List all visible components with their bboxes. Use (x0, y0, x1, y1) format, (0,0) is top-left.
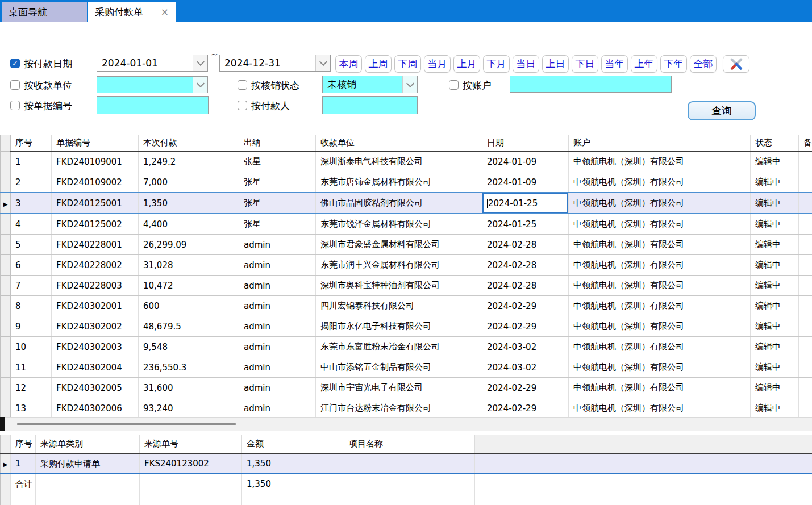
cell-account[interactable]: 中领航电机（深圳）有限公司 (569, 357, 751, 378)
quick-range-last-week[interactable]: 上周 (365, 55, 392, 73)
cell-cashier[interactable]: admin (239, 378, 316, 398)
cell-cashier[interactable]: admin (239, 398, 316, 419)
cell-remark[interactable] (799, 193, 812, 214)
verify-status-select[interactable]: 未核销 (322, 76, 418, 93)
cell-cashier[interactable]: 张星 (239, 214, 316, 235)
row-header[interactable] (1, 296, 11, 316)
row-header-selected[interactable]: ▶ (1, 193, 11, 214)
cell-payee[interactable]: 佛山市晶固胶粘剂有限公司 (316, 193, 482, 214)
cell-seq[interactable]: 1 (11, 453, 36, 474)
row-header[interactable] (1, 316, 11, 337)
cell-doc[interactable]: FKD240228001 (52, 235, 139, 255)
cell-source-type[interactable]: 采购付款申请单 (36, 453, 140, 474)
quick-range-next-week[interactable]: 下周 (394, 55, 421, 73)
cell-remark[interactable] (799, 398, 812, 419)
cell-doc[interactable]: FKD240302003 (52, 337, 139, 357)
cell-seq[interactable]: 7 (11, 276, 52, 296)
payee-checkbox[interactable] (10, 80, 20, 90)
cell-date[interactable]: 2024-02-28 (482, 276, 569, 296)
verify-status-checkbox[interactable] (238, 80, 247, 90)
cell-date[interactable]: 2024-03-02 (482, 337, 569, 357)
cell-payee[interactable]: 深圳市君豪盛金属材料有限公司 (316, 235, 482, 255)
cell-doc[interactable]: FKD240302005 (52, 378, 139, 398)
row-header[interactable] (1, 255, 11, 276)
cell-cashier[interactable]: admin (239, 337, 316, 357)
cell-date[interactable]: 2024-03-02 (482, 357, 569, 378)
cell-payee[interactable]: 东莞市锐泽金属材料有限公司 (316, 214, 482, 235)
cell-payee[interactable]: 揭阳市永亿电子科技有限公司 (316, 316, 482, 337)
row-header[interactable] (1, 276, 11, 296)
cell-cashier[interactable]: admin (239, 235, 316, 255)
cell-payee[interactable]: 东莞市唐铈金属材料有限公司 (316, 172, 482, 193)
cell-remark[interactable] (799, 151, 812, 172)
cell-remark[interactable] (799, 172, 812, 193)
cell-account[interactable]: 中领航电机（深圳）有限公司 (569, 255, 751, 276)
cell-status[interactable]: 编辑中 (751, 276, 799, 296)
cell-remark[interactable] (799, 235, 812, 255)
cell-payee[interactable]: 四川宏锦泰科技有限公司 (316, 296, 482, 316)
cell-doc[interactable]: FKD240125001 (52, 193, 139, 214)
cell-account[interactable]: 中领航电机（深圳）有限公司 (569, 296, 751, 316)
quick-range-yesterday[interactable]: 上日 (542, 55, 569, 73)
quick-range-next-month[interactable]: 下月 (483, 55, 510, 73)
close-icon[interactable]: × (161, 6, 169, 18)
payer-checkbox[interactable] (238, 101, 247, 110)
cell-payee[interactable]: 深圳市宇宙光电子有限公司 (316, 378, 482, 398)
cell-amount[interactable]: 31,600 (139, 378, 239, 398)
row-header[interactable] (1, 172, 11, 193)
cell-seq[interactable]: 6 (11, 255, 52, 276)
cell-doc[interactable]: FKD240302001 (52, 296, 139, 316)
cell-amount[interactable]: 93,240 (139, 398, 239, 419)
row-header-selected[interactable]: ▶ (1, 453, 11, 474)
cell-doc[interactable]: FKD240302002 (52, 316, 139, 337)
cell-account[interactable]: 中领航电机（深圳）有限公司 (569, 316, 751, 337)
tab-purchase-payment[interactable]: 采购付款单 × (88, 2, 176, 22)
horizontal-scrollbar[interactable] (0, 417, 812, 431)
cell-account[interactable]: 中领航电机（深圳）有限公司 (569, 214, 751, 235)
payment-date-checkbox[interactable]: ✓ (10, 59, 20, 68)
cell-cashier[interactable]: 张星 (239, 172, 316, 193)
date-from-select[interactable]: 2024-01-01 (97, 55, 208, 72)
row-header[interactable] (1, 151, 11, 172)
query-button[interactable]: 查询 (688, 101, 756, 120)
cell-seq[interactable]: 10 (11, 337, 52, 357)
scrollbar-thumb[interactable] (17, 423, 236, 425)
cell-remark[interactable] (799, 337, 812, 357)
quick-range-this-week[interactable]: 本周 (335, 55, 362, 73)
cell-account[interactable]: 中领航电机（深圳）有限公司 (569, 235, 751, 255)
cell-doc[interactable]: FKD240228002 (52, 255, 139, 276)
cell-status[interactable]: 编辑中 (751, 357, 799, 378)
cell-status[interactable]: 编辑中 (751, 151, 799, 172)
cell-account[interactable]: 中领航电机（深圳）有限公司 (569, 193, 751, 214)
cell-cashier[interactable]: admin (239, 255, 316, 276)
row-header[interactable] (1, 337, 11, 357)
row-header[interactable] (1, 235, 11, 255)
cell-amount[interactable]: 31,028 (139, 255, 239, 276)
quick-range-last-year[interactable]: 上年 (631, 55, 657, 73)
cell-date[interactable]: 2024-02-29 (482, 316, 569, 337)
cell-date[interactable]: 2024-02-28 (482, 255, 569, 276)
cell-cashier[interactable]: admin (239, 276, 316, 296)
cell-doc[interactable]: FKD240125002 (52, 214, 139, 235)
cell-amount[interactable]: 1,350 (139, 193, 239, 214)
cell-source-no[interactable]: FKS240123002 (140, 453, 242, 474)
doc-no-checkbox[interactable] (10, 101, 20, 110)
quick-range-all[interactable]: 全部 (690, 55, 717, 73)
cell-cashier[interactable]: admin (239, 296, 316, 316)
cell-date[interactable]: 2024-02-28 (482, 235, 569, 255)
cell-status[interactable]: 编辑中 (751, 316, 799, 337)
cell-seq[interactable]: 4 (11, 214, 52, 235)
cell-project[interactable] (344, 453, 475, 474)
row-header[interactable] (1, 378, 11, 398)
cell-cashier[interactable]: admin (239, 357, 316, 378)
cell-date[interactable]: 2024-01-09 (482, 151, 569, 172)
cell-payee[interactable]: 东莞市润丰兴金属材料有限公司 (316, 255, 482, 276)
cell-seq[interactable]: 2 (11, 172, 52, 193)
row-header[interactable] (1, 214, 11, 235)
clear-filter-button[interactable] (723, 55, 749, 73)
cell-date[interactable]: 2024-02-29 (482, 378, 569, 398)
cell-seq[interactable]: 5 (11, 235, 52, 255)
quick-range-tomorrow[interactable]: 下日 (572, 55, 598, 73)
cell-remark[interactable] (799, 316, 812, 337)
cell-doc[interactable]: FKD240109002 (52, 172, 139, 193)
